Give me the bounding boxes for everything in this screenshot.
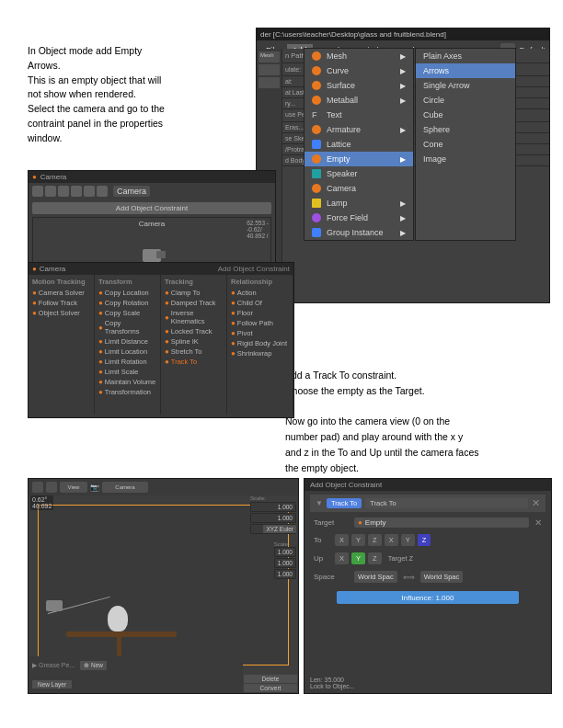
sidebar-item2[interactable] (259, 77, 280, 88)
item-limit-scale[interactable]: ● Limit Scale (98, 367, 156, 377)
new-layer-btn[interactable]: New Layer (32, 680, 72, 688)
sub-image[interactable]: Image (416, 152, 515, 166)
item-object-solver[interactable]: ● Object Solver (32, 308, 90, 318)
dropdown-mesh[interactable]: Mesh ▶ (304, 49, 413, 63)
to-z-btn[interactable]: Z (368, 534, 382, 546)
target-z-label: Target Z (388, 554, 414, 563)
sub-arrows[interactable]: Arrows (416, 63, 515, 78)
mid-line2: Choose the empty as the Target. (285, 385, 425, 396)
item-spline-ik[interactable]: ● Spline IK (165, 336, 223, 347)
camera-icon-menu (312, 184, 321, 193)
item-maintain-vol[interactable]: ● Maintain Volume (98, 377, 156, 387)
space-owner-value[interactable]: World Spac (354, 571, 397, 583)
dropdown-group-instance[interactable]: Group Instance ▶ (304, 225, 413, 240)
constraint-close-btn[interactable]: ✕ (532, 497, 540, 509)
item-child-of[interactable]: ● Child Of (231, 298, 289, 308)
target-field[interactable]: ● Empty (354, 518, 529, 528)
sub-circle[interactable]: Circle (416, 93, 515, 108)
dropdown-text[interactable]: F Text (304, 108, 413, 122)
scale-x-field[interactable]: 1.000 (250, 502, 296, 512)
scale-field-z2[interactable]: 1.000 (274, 569, 296, 579)
item-limit-loc[interactable]: ● Limit Location (98, 347, 156, 357)
dropdown-armature[interactable]: Armature ▶ (304, 122, 413, 137)
sidebar-mesh[interactable]: Mesh (259, 51, 280, 63)
item-rigid-body[interactable]: ● Rigid Body Joint (231, 338, 289, 348)
dropdown-camera[interactable]: Camera (304, 181, 413, 196)
sidebar-item[interactable] (259, 64, 280, 75)
sub-cone[interactable]: Cone (416, 137, 515, 152)
view-mode[interactable]: View (60, 482, 87, 493)
panel-icon-6[interactable] (97, 186, 108, 197)
delete-btn[interactable]: Delete (244, 675, 297, 683)
footer-btns: Delete Convert (243, 674, 298, 693)
sub-cube[interactable]: Cube (416, 108, 515, 122)
item-copy-scale[interactable]: ● Copy Scale (98, 308, 156, 318)
item-ik[interactable]: ● Inverse Kinematics (165, 308, 223, 326)
dropdown-lattice[interactable]: Lattice (304, 137, 413, 152)
scale-field-x2[interactable]: 1.000 (274, 547, 296, 557)
item-locked-track[interactable]: ● Locked Track (165, 326, 223, 336)
view-icon[interactable] (32, 482, 43, 493)
track-to-value[interactable]: Track To (365, 498, 528, 508)
to-neg-z-btn[interactable]: Z (418, 534, 431, 546)
dropdown-lamp[interactable]: Lamp ▶ (304, 196, 413, 210)
item-clamp-to[interactable]: ● Clamp To (165, 288, 223, 298)
item-damped-track[interactable]: ● Damped Track (165, 298, 223, 308)
add-object-constraint-button[interactable]: Add Object Constraint (32, 202, 271, 214)
convert-btn[interactable]: Convert (244, 684, 297, 692)
item-follow-track[interactable]: ● Follow Track (32, 298, 90, 308)
constraint-panel-header: Add Object Constraint (304, 479, 551, 491)
up-label: Up (314, 554, 332, 563)
dropdown-empty[interactable]: Empty ▶ (304, 152, 413, 166)
dropdown-metaball[interactable]: Metaball ▶ (304, 93, 413, 108)
grease-pencil-bar: ▶ Grease Pe... ⊕ New (29, 656, 243, 675)
item-copy-rot[interactable]: ● Copy Rotation (98, 298, 156, 308)
col-header-transform: Transform (98, 278, 156, 286)
item-floor[interactable]: ● Floor (231, 308, 289, 318)
panel-icon-4[interactable] (71, 186, 82, 197)
item-limit-rot[interactable]: ● Limit Rotation (98, 357, 156, 367)
influence-bar[interactable]: Influence: 1.000 (337, 591, 519, 604)
item-limit-dist[interactable]: ● Limit Distance (98, 336, 156, 347)
up-z-btn[interactable]: Z (368, 552, 382, 564)
panel-icon-2[interactable] (45, 186, 56, 197)
up-y-btn[interactable]: Y (351, 552, 365, 564)
item-pivot[interactable]: ● Pivot (231, 328, 289, 338)
item-follow-path[interactable]: ● Follow Path (231, 318, 289, 328)
new-grease-btn[interactable]: ⊕ New (80, 661, 107, 670)
item-copy-loc[interactable]: ● Copy Location (98, 288, 156, 298)
dropdown-speaker[interactable]: Speaker (304, 166, 413, 181)
constraint-panel-body: ▼ Track To Track To ✕ Target ● Empty ✕ T… (304, 491, 551, 611)
panel-icon-3[interactable] (58, 186, 69, 197)
dropdown-curve[interactable]: Curve ▶ (304, 63, 413, 78)
sub-plain-axes[interactable]: Plain Axes (416, 49, 515, 63)
to-neg-y-btn[interactable]: Y (401, 534, 415, 546)
mid-line7: the empty object. (285, 462, 359, 473)
up-x-btn[interactable]: X (335, 552, 349, 564)
scale-y-field[interactable]: 1.000 (250, 513, 296, 523)
to-y-btn[interactable]: Y (351, 534, 365, 546)
collapse-icon[interactable]: ▼ (316, 499, 323, 507)
item-shrinkwrap[interactable]: ● Shrinkwrap (231, 348, 289, 358)
sub-single-arrow[interactable]: Single Arrow (416, 78, 515, 93)
panel-icon-5[interactable] (84, 186, 95, 197)
track-to-type-btn[interactable]: Track To (327, 498, 362, 508)
item-camera-solver[interactable]: ● Camera Solver (32, 288, 90, 298)
item-transformation[interactable]: ● Transformation (98, 387, 156, 397)
item-track-to[interactable]: ● Track To (165, 357, 223, 367)
render-icon[interactable] (46, 482, 57, 493)
scale-field-y2[interactable]: 1.000 (274, 558, 296, 568)
track-to-header-row: ▼ Track To Track To ✕ (310, 495, 546, 512)
dropdown-force-field[interactable]: Force Field ▶ (304, 210, 413, 225)
space-target-value[interactable]: World Spac (420, 571, 464, 583)
sub-sphere[interactable]: Sphere (416, 122, 515, 137)
euler-value-vp[interactable]: XYZ Euler (263, 525, 296, 533)
to-x-btn[interactable]: X (335, 534, 349, 546)
panel-icon-1[interactable] (32, 186, 43, 197)
item-stretch-to[interactable]: ● Stretch To (165, 347, 223, 357)
item-copy-trans[interactable]: ● Copy Transforms (98, 318, 156, 336)
dropdown-surface[interactable]: Surface ▶ (304, 78, 413, 93)
item-action[interactable]: ● Action (231, 288, 289, 298)
to-neg-x-btn[interactable]: X (385, 534, 398, 546)
target-clear-btn[interactable]: ✕ (534, 518, 542, 528)
